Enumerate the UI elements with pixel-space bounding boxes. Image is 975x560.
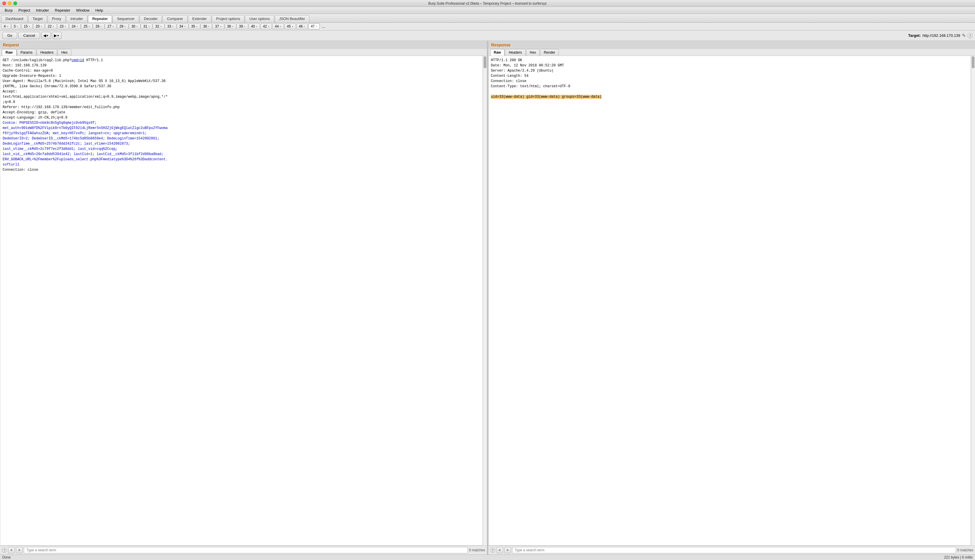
response-search-prev-button[interactable]: < (497, 547, 503, 553)
request-tab-params[interactable]: Params (17, 49, 36, 56)
menu-intruder[interactable]: Intruder (33, 8, 52, 13)
request-scroll-thumb[interactable] (484, 57, 486, 68)
close-tab-22-icon[interactable]: × (52, 25, 54, 28)
rep-tab-38[interactable]: 38× (224, 23, 236, 29)
rep-tab-31[interactable]: 31× (141, 23, 152, 29)
rep-tab-36[interactable]: 36× (201, 23, 212, 29)
close-tab-23-icon[interactable]: × (64, 25, 66, 28)
close-tab-35-icon[interactable]: × (196, 25, 197, 28)
close-button[interactable] (2, 2, 6, 5)
response-tab-raw[interactable]: Raw (490, 49, 505, 56)
minimize-button[interactable] (8, 2, 12, 5)
tab-sequencer[interactable]: Sequencer (113, 15, 139, 22)
rep-tab-34[interactable]: 34× (177, 23, 188, 29)
close-tab-44-icon[interactable]: × (280, 25, 281, 28)
close-tab-37-icon[interactable]: × (220, 25, 222, 28)
request-tab-headers[interactable]: Headers (37, 49, 57, 56)
rep-tab-4[interactable]: 4× (1, 23, 11, 29)
tab-decoder[interactable]: Decoder (140, 15, 162, 22)
rep-tab-27[interactable]: 27× (105, 23, 116, 29)
close-tab-40-icon[interactable]: × (256, 25, 258, 28)
rep-tab-42[interactable]: 42× (260, 23, 272, 29)
close-tab-5-icon[interactable]: × (17, 25, 18, 28)
response-tab-headers[interactable]: Headers (505, 49, 525, 56)
menu-project[interactable]: Project (15, 8, 33, 13)
close-tab-20-icon[interactable]: × (41, 25, 42, 28)
menu-burp[interactable]: Burp (2, 8, 15, 13)
request-tab-raw[interactable]: Raw (2, 49, 17, 56)
response-scroll-thumb[interactable] (972, 57, 974, 68)
rep-tab-30[interactable]: 30× (129, 23, 140, 29)
rep-tab-45[interactable]: 45× (284, 23, 296, 29)
response-tab-render[interactable]: Render (540, 49, 559, 56)
close-tab-34-icon[interactable]: × (184, 25, 186, 28)
rep-tab-40[interactable]: 40× (248, 23, 260, 29)
request-search-input[interactable] (24, 547, 468, 553)
close-tab-30-icon[interactable]: × (136, 25, 138, 28)
close-tab-4-icon[interactable]: × (7, 25, 8, 28)
response-search-input[interactable] (512, 547, 956, 553)
go-button[interactable]: Go (2, 32, 17, 39)
tab-json-beautifier[interactable]: JSON Beautifier (275, 15, 309, 22)
rep-tab-37[interactable]: 37× (212, 23, 224, 29)
close-tab-39-icon[interactable]: × (244, 25, 246, 28)
request-scrollbar[interactable] (483, 56, 487, 545)
close-tab-25-icon[interactable]: × (88, 25, 90, 28)
close-tab-33-icon[interactable]: × (172, 25, 174, 28)
close-tab-24-icon[interactable]: × (76, 25, 78, 28)
tab-target[interactable]: Target (28, 15, 47, 22)
close-tab-47-icon[interactable]: × (315, 25, 317, 28)
close-tab-26-icon[interactable]: × (100, 25, 102, 28)
request-search-prev-button[interactable]: < (8, 547, 15, 553)
close-tab-45-icon[interactable]: × (292, 25, 293, 28)
response-search-next-button[interactable]: > (504, 547, 511, 553)
rep-tab-39[interactable]: 39× (236, 23, 248, 29)
rep-tab-25[interactable]: 25× (81, 23, 92, 29)
request-tab-hex[interactable]: Hex (57, 49, 71, 56)
tab-user-options[interactable]: User options (245, 15, 274, 22)
rep-tab-33[interactable]: 33× (165, 23, 176, 29)
menu-help[interactable]: Help (92, 8, 106, 13)
help-target-button[interactable]: ? (967, 33, 973, 38)
request-content[interactable]: GET /include/taglib/cqq2.lib.php?cmd=id … (0, 56, 483, 545)
close-tab-29-icon[interactable]: × (124, 25, 126, 28)
request-search-next-button[interactable]: > (16, 547, 23, 553)
nav-forward-button[interactable]: ▶ ▼ (52, 32, 62, 39)
tab-project-options[interactable]: Project options (212, 15, 245, 22)
response-content[interactable]: HTTP/1.1 200 OK Date: Mon, 12 Nov 2018 0… (488, 56, 971, 545)
tab-proxy[interactable]: Proxy (48, 15, 65, 22)
response-search-help-icon[interactable]: ? (490, 548, 495, 553)
rep-tab-32[interactable]: 32× (153, 23, 164, 29)
rep-tab-22[interactable]: 22× (45, 23, 57, 29)
rep-tab-35[interactable]: 35× (189, 23, 200, 29)
maximize-button[interactable] (13, 2, 17, 5)
tab-dashboard[interactable]: Dashboard (1, 15, 28, 22)
cancel-button[interactable]: Cancel (18, 32, 40, 39)
rep-tab-23[interactable]: 23× (57, 23, 69, 29)
rep-tab-44[interactable]: 44× (272, 23, 284, 29)
close-tab-38-icon[interactable]: × (232, 25, 234, 28)
menu-repeater[interactable]: Repeater (52, 8, 73, 13)
edit-target-button[interactable]: ✎ (962, 33, 966, 38)
close-tab-27-icon[interactable]: × (112, 25, 114, 28)
response-tab-hex[interactable]: Hex (526, 49, 540, 56)
close-tab-46-icon[interactable]: × (304, 25, 305, 28)
rep-tab-29[interactable]: 29× (117, 23, 129, 29)
close-tab-36-icon[interactable]: × (208, 25, 209, 28)
rep-tab-more[interactable]: ... (320, 23, 327, 29)
rep-tab-20[interactable]: 20× (33, 23, 45, 29)
tab-comparer[interactable]: Comparer (162, 15, 187, 22)
close-tab-42-icon[interactable]: × (268, 25, 269, 28)
nav-back-button[interactable]: ◀ ▼ (41, 32, 51, 39)
tab-repeater[interactable]: Repeater (88, 15, 112, 22)
rep-tab-46[interactable]: 46× (296, 23, 308, 29)
rep-tab-5[interactable]: 5× (11, 23, 21, 29)
rep-tab-15[interactable]: 15× (21, 23, 33, 29)
rep-tab-47[interactable]: 47× (308, 23, 320, 29)
request-search-help-icon[interactable]: ? (2, 548, 7, 553)
rep-tab-24[interactable]: 24× (69, 23, 81, 29)
rep-tab-26[interactable]: 26× (93, 23, 104, 29)
close-tab-31-icon[interactable]: × (148, 25, 150, 28)
tab-intruder[interactable]: Intruder (66, 15, 87, 22)
tab-extender[interactable]: Extender (188, 15, 211, 22)
